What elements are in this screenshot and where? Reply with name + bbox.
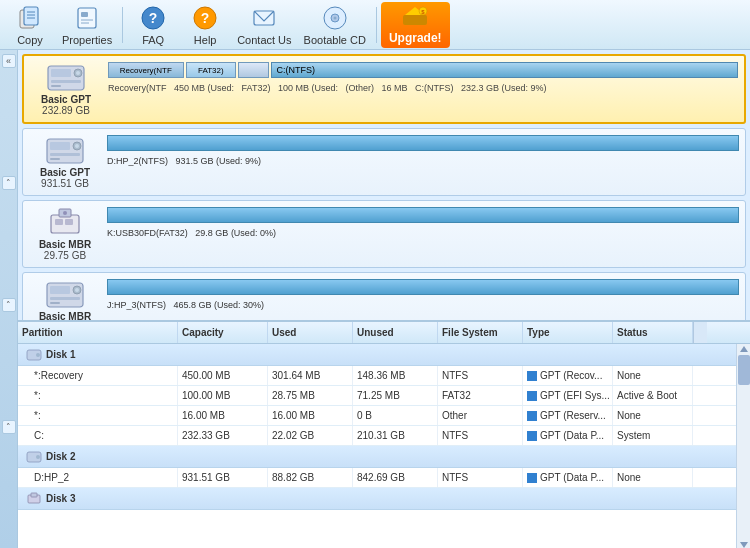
bootable-button[interactable]: Bootable CD bbox=[298, 2, 372, 48]
type-icon-2-1 bbox=[527, 473, 537, 483]
svg-rect-6 bbox=[81, 12, 88, 17]
cell-1-3-cap: 16.00 MB bbox=[178, 406, 268, 425]
svg-rect-17 bbox=[403, 15, 427, 25]
contact-label: Contact Us bbox=[237, 34, 291, 46]
group-disk3: Disk 3 bbox=[18, 488, 736, 510]
table-content: Disk 1 *:Recovery 450.00 MB 301.64 MB 14… bbox=[18, 344, 750, 548]
cell-1-2-used: 28.75 MB bbox=[268, 386, 353, 405]
svg-rect-42 bbox=[50, 297, 80, 300]
table-row-2-1[interactable]: D:HP_2 931.51 GB 88.82 GB 842.69 GB NTFS… bbox=[18, 468, 736, 488]
table-row-1-2[interactable]: *: 100.00 MB 28.75 MB 71.25 MB FAT32 GPT… bbox=[18, 386, 736, 406]
table-row-1-1[interactable]: *:Recovery 450.00 MB 301.64 MB 148.36 MB… bbox=[18, 366, 736, 386]
disk-2-info: Basic GPT 931.51 GB bbox=[29, 135, 101, 189]
disk-2-bars: D:HP_2(NTFS) 931.5 GB (Used: 9%) bbox=[107, 135, 739, 166]
disk-2-info-text: D:HP_2(NTFS) 931.5 GB (Used: 9%) bbox=[107, 156, 739, 166]
svg-rect-22 bbox=[51, 69, 71, 77]
copy-icon bbox=[16, 4, 44, 32]
col-unused: Unused bbox=[353, 322, 438, 343]
disk-card-2[interactable]: Basic GPT 931.51 GB D:HP_2(NTFS) 931.5 G… bbox=[22, 128, 746, 196]
cell-1-3-used: 16.00 MB bbox=[268, 406, 353, 425]
disk3-group-icon bbox=[26, 492, 42, 506]
disk-2-label: Basic GPT bbox=[40, 167, 90, 178]
help-label: Help bbox=[194, 34, 217, 46]
svg-point-37 bbox=[63, 211, 67, 215]
disk-2-full-bar bbox=[107, 135, 739, 151]
part-1-recovery: Recovery(NTF bbox=[108, 62, 184, 78]
part-1-c: C:(NTFS) bbox=[271, 62, 738, 78]
cell-1-3-partition: *: bbox=[18, 406, 178, 425]
cell-1-2-cap: 100.00 MB bbox=[178, 386, 268, 405]
copy-button[interactable]: Copy bbox=[4, 2, 56, 48]
table-scrollbar[interactable] bbox=[736, 344, 750, 548]
cell-1-3-status: None bbox=[613, 406, 693, 425]
svg-rect-34 bbox=[55, 219, 63, 225]
disk-3-full-bar bbox=[107, 207, 739, 223]
type-text-1-1: GPT (Recov... bbox=[540, 370, 602, 381]
disk-1-size: 232.89 GB bbox=[42, 105, 90, 116]
cell-1-3-unused: 0 B bbox=[353, 406, 438, 425]
scroll-thumb[interactable] bbox=[738, 355, 750, 385]
type-icon-1-1 bbox=[527, 371, 537, 381]
col-fs: File System bbox=[438, 322, 523, 343]
svg-rect-25 bbox=[51, 80, 81, 83]
collapse-btn-1[interactable]: « bbox=[2, 54, 16, 68]
cell-1-2-status: Active & Boot bbox=[613, 386, 693, 405]
table-row-1-3[interactable]: *: 16.00 MB 16.00 MB 0 B Other GPT (Rese… bbox=[18, 406, 736, 426]
cell-1-1-cap: 450.00 MB bbox=[178, 366, 268, 385]
scroll-down-icon[interactable] bbox=[740, 542, 748, 548]
svg-text:?: ? bbox=[201, 10, 210, 26]
faq-button[interactable]: ? FAQ bbox=[127, 2, 179, 48]
contact-button[interactable]: Contact Us bbox=[231, 2, 297, 48]
type-text-1-4: GPT (Data P... bbox=[540, 430, 604, 441]
scroll-up-icon[interactable] bbox=[740, 346, 748, 352]
col-status: Status bbox=[613, 322, 693, 343]
help-button[interactable]: ? Help bbox=[179, 2, 231, 48]
col-used: Used bbox=[268, 322, 353, 343]
svg-point-41 bbox=[75, 288, 79, 292]
collapse-btn-4[interactable]: ˄ bbox=[2, 420, 16, 434]
svg-rect-49 bbox=[31, 493, 37, 497]
cell-1-1-unused: 148.36 MB bbox=[353, 366, 438, 385]
toolbar-sep-2 bbox=[376, 7, 377, 43]
svg-rect-35 bbox=[65, 219, 73, 225]
table-scroll-area[interactable]: Disk 1 *:Recovery 450.00 MB 301.64 MB 14… bbox=[18, 344, 736, 548]
collapse-btn-2[interactable]: ˄ bbox=[2, 176, 16, 190]
cell-1-2-fs: FAT32 bbox=[438, 386, 523, 405]
cell-1-4-unused: 210.31 GB bbox=[353, 426, 438, 445]
group-disk2: Disk 2 bbox=[18, 446, 736, 468]
svg-rect-31 bbox=[50, 153, 80, 156]
part-1-fat32: FAT32) bbox=[186, 62, 236, 78]
disk-card-1[interactable]: Basic GPT 232.89 GB Recovery(NTF FAT32) … bbox=[22, 54, 746, 124]
disk-4-full-bar bbox=[107, 279, 739, 295]
type-text-1-3: GPT (Reserv... bbox=[540, 410, 606, 421]
main-content: « ˄ ˄ ˄ Basic GPT 232.89 GB bbox=[0, 50, 750, 548]
svg-rect-28 bbox=[50, 142, 70, 150]
disk-card-3[interactable]: Basic MBR 29.75 GB K:USB30FD(FAT32) 29.8… bbox=[22, 200, 746, 268]
disk-3-size: 29.75 GB bbox=[44, 250, 86, 261]
cell-1-2-partition: *: bbox=[18, 386, 178, 405]
cell-1-4-type: GPT (Data P... bbox=[523, 426, 613, 445]
svg-rect-5 bbox=[78, 8, 96, 28]
cell-1-1-type: GPT (Recov... bbox=[523, 366, 613, 385]
table-header: Partition Capacity Used Unused File Syst… bbox=[18, 322, 750, 344]
svg-text:?: ? bbox=[149, 10, 158, 26]
table-row-1-4[interactable]: C: 232.33 GB 22.02 GB 210.31 GB NTFS GPT… bbox=[18, 426, 736, 446]
disk-1-partition-labels: Recovery(NTF 450 MB (Used: FAT32) 100 MB… bbox=[108, 83, 738, 93]
upgrade-button[interactable]: $ Upgrade! bbox=[381, 2, 450, 48]
svg-point-30 bbox=[75, 144, 79, 148]
svg-rect-32 bbox=[50, 158, 60, 160]
properties-label: Properties bbox=[62, 34, 112, 46]
disk-3-icon bbox=[47, 207, 83, 239]
type-icon-1-2 bbox=[527, 391, 537, 401]
bootable-label: Bootable CD bbox=[304, 34, 366, 46]
col-capacity: Capacity bbox=[178, 322, 268, 343]
toolbar-sep-1 bbox=[122, 7, 123, 43]
type-text-1-2: GPT (EFI Sys... bbox=[540, 390, 610, 401]
properties-icon bbox=[73, 4, 101, 32]
group-disk2-label: Disk 2 bbox=[46, 451, 75, 462]
cell-1-1-status: None bbox=[613, 366, 693, 385]
cell-1-4-status: System bbox=[613, 426, 693, 445]
properties-button[interactable]: Properties bbox=[56, 2, 118, 48]
cell-1-4-used: 22.02 GB bbox=[268, 426, 353, 445]
collapse-btn-3[interactable]: ˄ bbox=[2, 298, 16, 312]
